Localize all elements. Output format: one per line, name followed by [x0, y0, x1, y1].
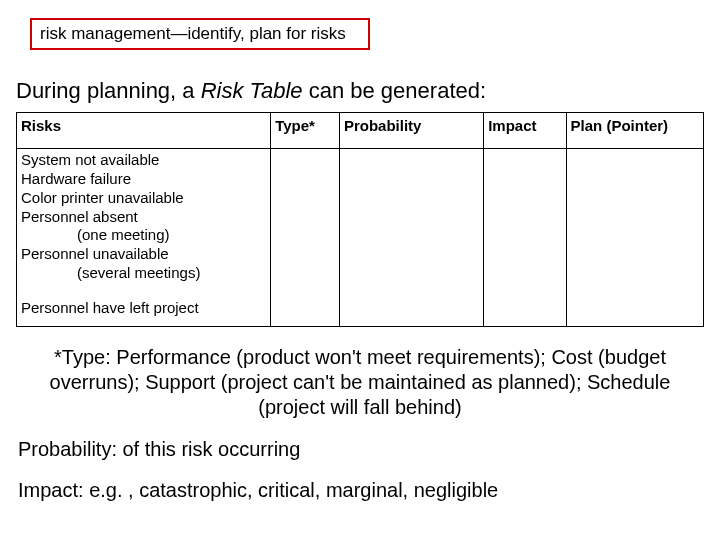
empty-cell: [271, 149, 340, 285]
risk-cell: Personnel have left project: [17, 297, 271, 327]
intro-suffix: can be generated:: [303, 78, 486, 103]
type-footnote: *Type: Performance (product won't meet r…: [44, 345, 676, 420]
intro-prefix: During planning, a: [16, 78, 201, 103]
risk-line: Personnel absent: [21, 208, 138, 225]
intro-line: During planning, a Risk Table can be gen…: [16, 78, 704, 104]
empty-cell: [271, 297, 340, 327]
table-header-row: Risks Type* Probability Impact Plan (Poi…: [17, 113, 704, 149]
risk-cell: System not available Hardware failure Co…: [17, 149, 271, 285]
risk-line: Hardware failure: [21, 170, 131, 187]
impact-definition: Impact: e.g. , catastrophic, critical, m…: [18, 479, 704, 502]
empty-cell: [566, 149, 703, 285]
header-risks: Risks: [17, 113, 271, 149]
title-text: risk management—identify, plan for risks: [40, 24, 346, 43]
header-probability: Probability: [339, 113, 483, 149]
risk-table: Risks Type* Probability Impact Plan (Poi…: [16, 112, 704, 326]
table-row: [17, 285, 704, 297]
header-type: Type*: [271, 113, 340, 149]
risk-line: Color printer unavailable: [21, 189, 184, 206]
table-row: Personnel have left project: [17, 297, 704, 327]
title-box: risk management—identify, plan for risks: [30, 18, 370, 50]
header-impact: Impact: [484, 113, 566, 149]
probability-definition: Probability: of this risk occurring: [18, 438, 704, 461]
risk-line: Personnel unavailable: [21, 245, 169, 262]
empty-cell: [339, 297, 483, 327]
empty-cell: [484, 297, 566, 327]
intro-emphasis: Risk Table: [201, 78, 303, 103]
header-plan: Plan (Pointer): [566, 113, 703, 149]
empty-cell: [484, 149, 566, 285]
empty-cell: [566, 297, 703, 327]
risk-line: System not available: [21, 151, 159, 168]
risk-line-indent: (several meetings): [21, 264, 200, 283]
table-row: System not available Hardware failure Co…: [17, 149, 704, 285]
risk-line-indent: (one meeting): [21, 226, 170, 245]
empty-cell: [339, 149, 483, 285]
